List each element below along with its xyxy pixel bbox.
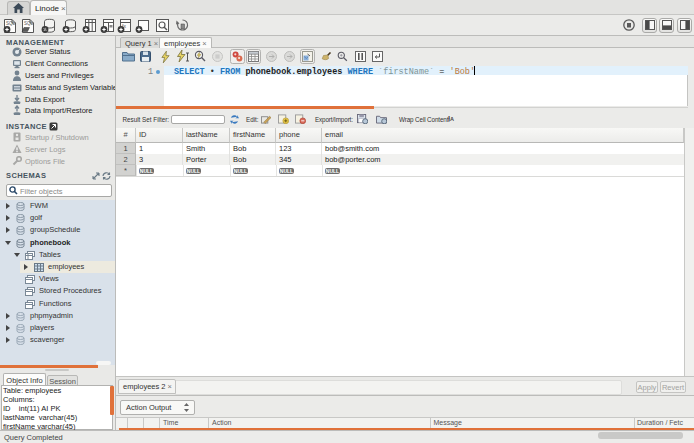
svg-text:SQL: SQL: [6, 21, 16, 26]
svg-text:SQL: SQL: [24, 21, 34, 26]
